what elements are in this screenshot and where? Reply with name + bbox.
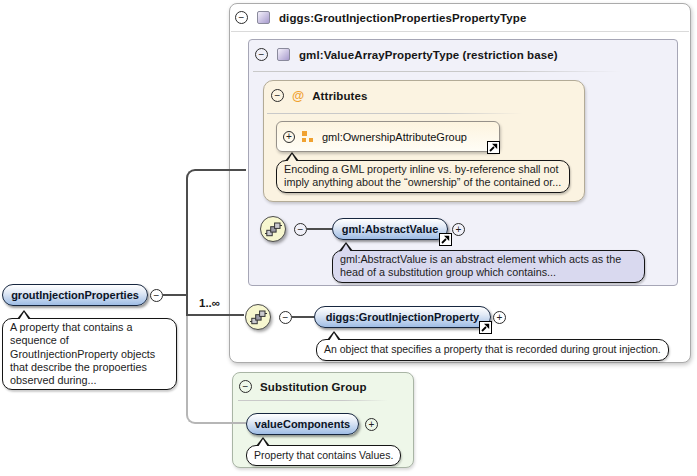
annotation-grout-injection-property: An object that specifies a property that… <box>316 339 669 361</box>
element-value-components[interactable]: valueComponents <box>246 413 359 435</box>
complex-type-icon <box>277 48 290 61</box>
attributes-box: − @ Attributes + gml:OwnershipAttributeG… <box>263 80 585 202</box>
annotation-line: GroutInjectionProperty objects <box>10 348 169 361</box>
annotation-line: Encoding a GML property inline vs. by-re… <box>284 163 562 176</box>
header-divider <box>253 71 621 72</box>
collapse-glyph: − <box>275 91 281 101</box>
element-label: gml:AbstractValue <box>342 223 439 235</box>
restriction-base-box: − gml:ValueArrayPropertyType (restrictio… <box>248 39 678 286</box>
element-grout-injection-properties[interactable]: groutInjectionProperties <box>2 284 148 306</box>
property-type-box: − diggs:GroutInjectionPropertiesProperty… <box>229 3 691 363</box>
annotation-value-components: Property that contains Values. <box>246 445 401 466</box>
attribute-group-label: gml:OwnershipAttributeGroup <box>322 131 467 143</box>
collapse-toggle-abstract-value[interactable]: − <box>294 223 307 236</box>
connector-elbow-to-substitution-group <box>186 316 246 424</box>
element-abstract-value[interactable]: gml:AbstractValue <box>332 218 448 240</box>
connector-elbow-to-type <box>186 169 246 183</box>
expand-glyph: + <box>456 225 462 235</box>
collapse-toggle-grout-injection-property[interactable]: − <box>279 311 292 324</box>
annotation-text: Property that contains Values. <box>254 449 393 461</box>
expand-toggle-ownership[interactable]: + <box>283 131 295 143</box>
attribute-group-ownership[interactable]: + gml:OwnershipAttributeGroup <box>276 121 500 152</box>
annotation-line: head of a substitution group which conta… <box>340 266 637 279</box>
annotation-text: An object that specifies a property that… <box>324 343 661 355</box>
annotation-line: gml:AbstractValue is an abstract element… <box>340 253 637 266</box>
annotation-line: sequence of <box>10 334 169 347</box>
schema-diagram: − diggs:GroutInjectionPropertiesProperty… <box>0 0 697 476</box>
substitution-group-box: − Substitution Group valueComponents + P… <box>232 372 414 468</box>
annotation-abstract-value: gml:AbstractValue is an abstract element… <box>332 250 645 283</box>
annotation-ownership: Encoding a GML property inline vs. by-re… <box>276 160 570 193</box>
expand-toggle-value-components[interactable]: + <box>365 418 378 431</box>
expand-glyph: + <box>369 420 375 430</box>
collapse-toggle-property-type[interactable]: − <box>235 11 248 24</box>
element-label: groutInjectionProperties <box>11 289 139 301</box>
jump-to-definition-icon[interactable] <box>479 320 492 333</box>
attributes-at-icon: @ <box>292 90 304 102</box>
attribute-group-icon <box>302 130 315 143</box>
jump-to-definition-icon[interactable] <box>439 232 452 245</box>
collapse-toggle-root[interactable]: − <box>150 289 163 302</box>
jump-to-definition-icon[interactable] <box>487 140 500 153</box>
expand-glyph: + <box>497 313 503 323</box>
element-grout-injection-property[interactable]: diggs:GroutInjectionProperty <box>314 306 491 328</box>
cardinality-label: 1..∞ <box>199 297 220 309</box>
annotation-line: that describe the propoerties <box>10 361 169 374</box>
annotation-root: A property that contains a sequence of G… <box>2 318 177 390</box>
collapse-glyph: − <box>283 313 289 323</box>
base-type-title: gml:ValueArrayPropertyType (restriction … <box>299 49 558 61</box>
annotation-line: observed during... <box>10 374 169 387</box>
expand-toggle-grout-injection-property[interactable]: + <box>493 311 506 324</box>
collapse-toggle-base-type[interactable]: − <box>255 48 268 61</box>
substitution-group-title: Substitution Group <box>260 381 367 393</box>
annotation-line: imply anything about the “ownership” of … <box>284 176 562 189</box>
substitution-group-head-icon <box>260 216 286 242</box>
header-divider <box>267 113 522 114</box>
header-divider <box>238 400 388 401</box>
collapse-glyph: − <box>259 50 265 60</box>
complex-type-icon <box>257 11 270 24</box>
attributes-title: Attributes <box>312 90 367 102</box>
collapse-glyph: − <box>239 13 245 23</box>
property-type-title: diggs:GroutInjectionPropertiesPropertyTy… <box>279 12 526 24</box>
collapse-toggle-attributes[interactable]: − <box>271 89 284 102</box>
header-divider <box>231 31 689 32</box>
element-label: valueComponents <box>255 418 350 430</box>
connector-trunk <box>186 181 188 316</box>
collapse-glyph: − <box>154 291 160 301</box>
expand-toggle-abstract-value[interactable]: + <box>452 223 465 236</box>
substitution-group-head-icon <box>245 304 271 330</box>
connector-line <box>163 294 186 296</box>
connector-line <box>292 316 314 318</box>
expand-glyph: + <box>286 132 292 142</box>
collapse-glyph: − <box>298 225 304 235</box>
element-label: diggs:GroutInjectionProperty <box>326 311 479 323</box>
connector-line <box>307 228 332 230</box>
annotation-line: A property that contains a <box>10 321 169 334</box>
